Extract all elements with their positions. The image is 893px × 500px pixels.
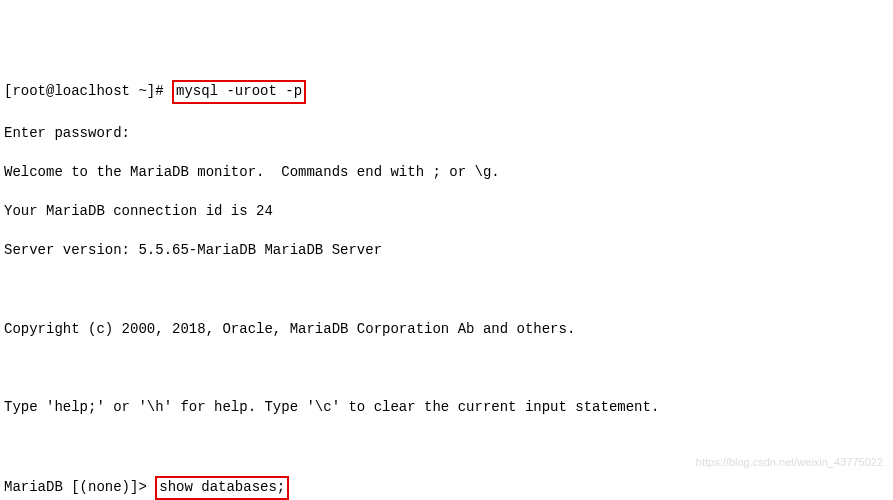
mariadb-prompt: MariaDB [(none)]> [4,479,155,495]
terminal-line: Your MariaDB connection id is 24 [4,202,889,222]
terminal-line: MariaDB [(none)]> show databases; [4,476,889,500]
terminal-line [4,359,889,379]
highlighted-command-mysql: mysql -uroot -p [172,80,306,104]
terminal-line: Type 'help;' or '\h' for help. Type '\c'… [4,398,889,418]
highlighted-command-show-databases: show databases; [155,476,289,500]
watermark-text: https://blog.csdn.net/weixin_43775022 [696,455,883,470]
shell-prompt: [root@loaclhost ~]# [4,83,172,99]
terminal-line: Server version: 5.5.65-MariaDB MariaDB S… [4,241,889,261]
terminal-line: Welcome to the MariaDB monitor. Commands… [4,163,889,183]
terminal-line [4,280,889,300]
terminal-line [4,437,889,457]
terminal-line: [root@loaclhost ~]# mysql -uroot -p [4,80,889,104]
terminal-line: Enter password: [4,124,889,144]
terminal-line: Copyright (c) 2000, 2018, Oracle, MariaD… [4,320,889,340]
